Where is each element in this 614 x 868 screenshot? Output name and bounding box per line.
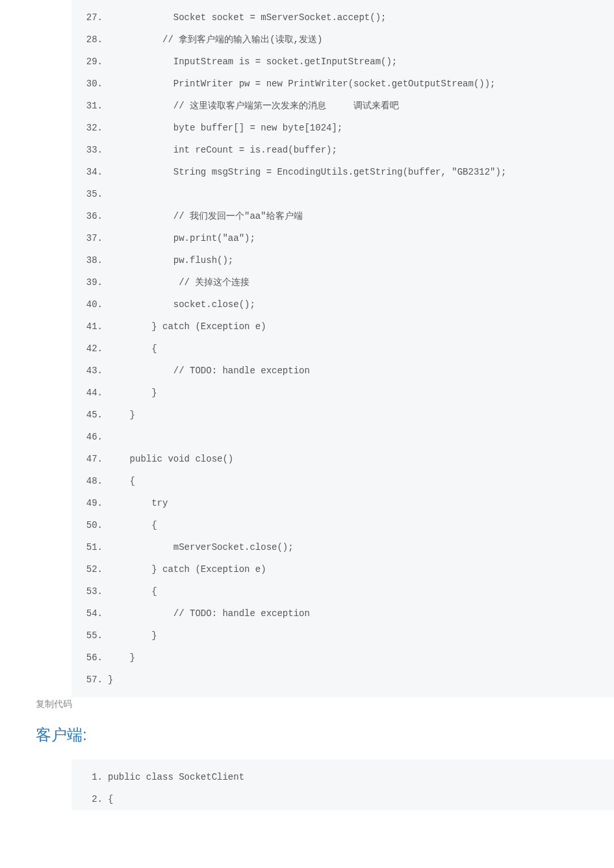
code-line: 53. { bbox=[71, 580, 614, 602]
code-line: 44. } bbox=[71, 382, 614, 404]
code-line: 49. try bbox=[71, 492, 614, 514]
code-text: } bbox=[108, 647, 135, 669]
code-text: // 关掉这个连接 bbox=[108, 271, 249, 293]
line-number: 41. bbox=[71, 316, 108, 338]
code-text: // 拿到客户端的输入输出(读取,发送) bbox=[108, 29, 322, 51]
line-number: 54. bbox=[71, 602, 108, 625]
code-text: PrintWriter pw = new PrintWriter(socket.… bbox=[108, 73, 496, 95]
line-number: 34. bbox=[71, 161, 108, 183]
code-line: 57.} bbox=[71, 669, 614, 691]
code-block-2: 1.public class SocketClient2.{ bbox=[71, 760, 614, 810]
line-number: 28. bbox=[71, 29, 108, 51]
code-line: 27. Socket socket = mServerSocket.accept… bbox=[71, 6, 614, 29]
line-number: 36. bbox=[71, 205, 108, 227]
code-text: { bbox=[108, 788, 113, 810]
code-line: 30. PrintWriter pw = new PrintWriter(soc… bbox=[71, 73, 614, 95]
line-number: 51. bbox=[71, 536, 108, 558]
code-line: 28. // 拿到客户端的输入输出(读取,发送) bbox=[71, 29, 614, 51]
code-line: 38. pw.flush(); bbox=[71, 249, 614, 271]
code-text: Socket socket = mServerSocket.accept(); bbox=[108, 6, 386, 29]
line-number: 56. bbox=[71, 647, 108, 669]
line-number: 38. bbox=[71, 249, 108, 271]
line-number: 46. bbox=[71, 426, 108, 448]
code-block-1: 27. Socket socket = mServerSocket.accept… bbox=[71, 0, 614, 697]
code-line: 2.{ bbox=[71, 788, 614, 810]
code-line: 37. pw.print("aa"); bbox=[71, 227, 614, 249]
code-text: } catch (Exception e) bbox=[108, 558, 266, 580]
code-text: mServerSocket.close(); bbox=[108, 536, 294, 558]
code-line: 52. } catch (Exception e) bbox=[71, 558, 614, 580]
line-number: 31. bbox=[71, 95, 108, 117]
code-line: 56. } bbox=[71, 647, 614, 669]
code-text: try bbox=[108, 492, 168, 514]
code-line: 32. byte buffer[] = new byte[1024]; bbox=[71, 117, 614, 139]
code-line: 36. // 我们发回一个"aa"给客户端 bbox=[71, 205, 614, 227]
code-text: { bbox=[108, 514, 157, 536]
line-number: 33. bbox=[71, 139, 108, 161]
code-text: String msgString = EncodingUtils.getStri… bbox=[108, 161, 506, 183]
section-header-client: 客户端: bbox=[36, 725, 614, 745]
code-line: 50. { bbox=[71, 514, 614, 536]
line-number: 52. bbox=[71, 558, 108, 580]
code-text: { bbox=[108, 338, 157, 360]
code-text: byte buffer[] = new byte[1024]; bbox=[108, 117, 342, 139]
code-line: 31. // 这里读取客户端第一次发来的消息 调试来看吧 bbox=[71, 95, 614, 117]
code-line: 35. bbox=[71, 183, 614, 205]
copy-code-link[interactable]: 复制代码 bbox=[36, 699, 72, 710]
code-line: 47. public void close() bbox=[71, 448, 614, 470]
code-line: 51. mServerSocket.close(); bbox=[71, 536, 614, 558]
code-text: } bbox=[108, 382, 157, 404]
code-line: 1.public class SocketClient bbox=[71, 766, 614, 788]
code-text: public void close() bbox=[108, 448, 233, 470]
line-number: 42. bbox=[71, 338, 108, 360]
code-text: pw.print("aa"); bbox=[108, 227, 255, 249]
line-number: 2. bbox=[71, 788, 108, 810]
code-line: 54. // TODO: handle exception bbox=[71, 602, 614, 625]
code-text: socket.close(); bbox=[108, 293, 255, 316]
code-text: } bbox=[108, 669, 113, 691]
line-number: 30. bbox=[71, 73, 108, 95]
line-number: 35. bbox=[71, 183, 108, 205]
line-number: 27. bbox=[71, 6, 108, 29]
code-text: } catch (Exception e) bbox=[108, 316, 266, 338]
line-number: 44. bbox=[71, 382, 108, 404]
code-line: 55. } bbox=[71, 625, 614, 647]
code-line: 48. { bbox=[71, 470, 614, 492]
line-number: 39. bbox=[71, 271, 108, 293]
line-number: 32. bbox=[71, 117, 108, 139]
code-line: 39. // 关掉这个连接 bbox=[71, 271, 614, 293]
code-text: int reCount = is.read(buffer); bbox=[108, 139, 337, 161]
code-line: 34. String msgString = EncodingUtils.get… bbox=[71, 161, 614, 183]
code-line: 29. InputStream is = socket.getInputStre… bbox=[71, 51, 614, 73]
code-line: 45. } bbox=[71, 404, 614, 426]
code-line: 41. } catch (Exception e) bbox=[71, 316, 614, 338]
code-text: // TODO: handle exception bbox=[108, 602, 310, 625]
code-line: 40. socket.close(); bbox=[71, 293, 614, 316]
line-number: 50. bbox=[71, 514, 108, 536]
line-number: 37. bbox=[71, 227, 108, 249]
line-number: 48. bbox=[71, 470, 108, 492]
line-number: 49. bbox=[71, 492, 108, 514]
code-text: pw.flush(); bbox=[108, 249, 233, 271]
line-number: 55. bbox=[71, 625, 108, 647]
line-number: 29. bbox=[71, 51, 108, 73]
line-number: 40. bbox=[71, 293, 108, 316]
code-text: // TODO: handle exception bbox=[108, 360, 310, 382]
line-number: 53. bbox=[71, 580, 108, 602]
code-line: 43. // TODO: handle exception bbox=[71, 360, 614, 382]
code-line: 46. bbox=[71, 426, 614, 448]
code-text: // 这里读取客户端第一次发来的消息 调试来看吧 bbox=[108, 95, 399, 117]
line-number: 57. bbox=[71, 669, 108, 691]
line-number: 43. bbox=[71, 360, 108, 382]
line-number: 1. bbox=[71, 766, 108, 788]
code-text: // 我们发回一个"aa"给客户端 bbox=[108, 205, 303, 227]
line-number: 45. bbox=[71, 404, 108, 426]
line-number: 47. bbox=[71, 448, 108, 470]
code-text: } bbox=[108, 404, 135, 426]
code-text: public class SocketClient bbox=[108, 766, 244, 788]
code-text: { bbox=[108, 580, 157, 602]
code-text: InputStream is = socket.getInputStream()… bbox=[108, 51, 397, 73]
code-line: 42. { bbox=[71, 338, 614, 360]
code-text: } bbox=[108, 625, 157, 647]
code-text: { bbox=[108, 470, 135, 492]
